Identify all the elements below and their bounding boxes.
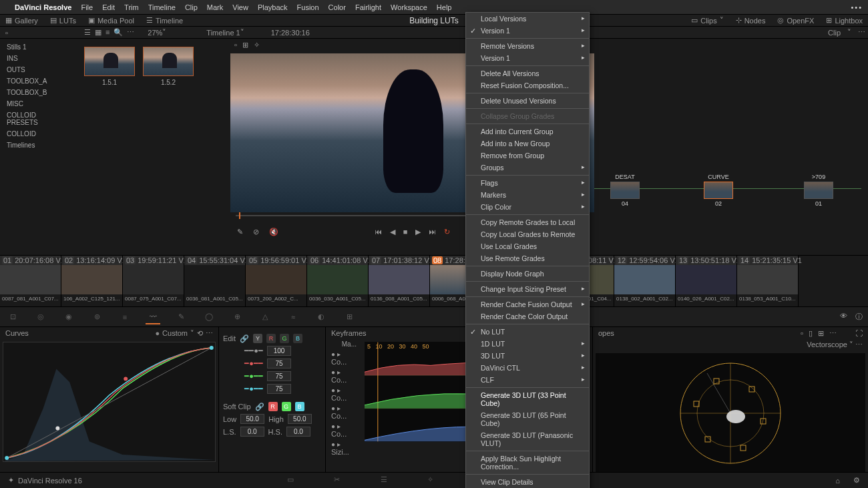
mute-icon[interactable]: 🔇	[269, 228, 278, 236]
kf-item[interactable]: ● ▸ Co...	[326, 367, 362, 385]
chevron-down-icon[interactable]: ˅	[849, 340, 853, 348]
hs-value[interactable]	[286, 427, 310, 437]
menubar[interactable]: DaVinci Resolve File Edit Trim Timeline …	[0, 0, 868, 15]
clip-thumbnail[interactable]: 0717:01:38:12V10136_008_A001_C05...	[369, 256, 430, 306]
tab-tracker[interactable]: ⊕	[230, 310, 244, 324]
sidebar-item[interactable]: Timelines	[0, 140, 73, 151]
scope-layout-icon[interactable]: ▫	[801, 329, 803, 337]
tab-camera-raw[interactable]: ⊡	[5, 310, 20, 324]
menu-view[interactable]: View	[232, 3, 248, 11]
menu-item[interactable]: Add into Current Group	[466, 126, 589, 138]
sidebar-item[interactable]: TOOLBOX_B	[0, 87, 73, 98]
menu-trim[interactable]: Trim	[124, 3, 139, 11]
menu-item[interactable]: View Clip Details	[466, 476, 589, 488]
g-value[interactable]	[267, 371, 291, 381]
toolbar-timeline[interactable]: ☰Timeline	[146, 16, 183, 25]
tab-window[interactable]: ◯	[202, 310, 216, 324]
clip-thumbnail[interactable]: 1313:50:51:18V10140_026_A001_C02...	[676, 256, 737, 306]
sidebar-item[interactable]: INS	[0, 53, 73, 64]
toolbar-mediapool[interactable]: ▣Media Pool	[88, 16, 134, 25]
menu-fusion[interactable]: Fusion	[297, 3, 319, 11]
toolbar-luts[interactable]: ▤LUTs	[50, 16, 76, 25]
kf-item[interactable]: ● ▸ Co...	[326, 385, 362, 403]
menu-item[interactable]: Remote Versions	[466, 40, 589, 52]
stop-icon[interactable]: ■	[403, 228, 408, 236]
still-thumbnail[interactable]: 1.5.2	[143, 47, 194, 247]
chevron-down-icon[interactable]: ˅	[162, 28, 166, 37]
menu-item[interactable]: Use Local Grades	[466, 240, 589, 252]
scope-layout-icon[interactable]: ⊞	[818, 329, 824, 338]
menu-item[interactable]: CLF	[466, 374, 589, 386]
tab-curves[interactable]: 〰	[146, 310, 160, 324]
info-icon[interactable]: ⓘ	[855, 312, 863, 322]
low-value[interactable]	[240, 414, 264, 424]
menu-item[interactable]: Apply Black Sun Highlight Correction...	[466, 453, 589, 473]
menu-file[interactable]: File	[81, 3, 93, 11]
menu-item[interactable]: Version 1	[466, 52, 589, 64]
menu-item[interactable]: Version 1	[466, 25, 589, 37]
tool-icon[interactable]: ⊘	[253, 228, 259, 236]
prev-frame-icon[interactable]: ◀	[390, 228, 395, 236]
still-thumbnail[interactable]: 1.5.1	[84, 47, 135, 247]
page-edit[interactable]: ☰	[381, 475, 394, 486]
reset-icon[interactable]: ⟲	[197, 329, 203, 338]
zoom-level[interactable]: 27%	[148, 29, 162, 37]
expand-icon[interactable]: ⛶	[855, 329, 863, 337]
sidebar-item[interactable]: TOOLBOX_A	[0, 75, 73, 87]
y-value[interactable]	[267, 346, 291, 356]
scope-layout-icon[interactable]: ▯	[809, 329, 813, 338]
tab-qualifier[interactable]: ✎	[174, 310, 188, 324]
home-icon[interactable]: ⌂	[835, 477, 840, 485]
kf-item[interactable]: ● ▸ Co...	[326, 349, 362, 367]
view-icon[interactable]: ☰	[84, 28, 91, 37]
page-fusion[interactable]: ✧	[427, 475, 441, 486]
node-curve[interactable]: CURVE02	[701, 174, 736, 207]
sidebar-item[interactable]: MISC	[0, 98, 73, 109]
node-709[interactable]: >70901	[801, 174, 836, 207]
menu-item[interactable]: Remove from Group	[466, 150, 589, 162]
menu-item[interactable]: No LUT	[466, 326, 589, 338]
kf-master[interactable]: Ma...	[326, 339, 362, 349]
menu-item[interactable]: Flags	[466, 177, 589, 189]
app-name[interactable]: DaVinci Resolve	[15, 3, 71, 11]
search-icon[interactable]: 🔍	[114, 28, 123, 37]
menu-item[interactable]: Delete All Versions	[466, 67, 589, 79]
ls-value[interactable]	[240, 427, 264, 437]
kf-item[interactable]: ● ▸ Sizi...	[326, 439, 362, 457]
menu-item[interactable]: Render Cache Color Output	[466, 310, 589, 322]
sc-r[interactable]: R	[268, 402, 278, 411]
menu-fairlight[interactable]: Fairlight	[355, 3, 381, 11]
clip-thumbnail[interactable]: 0120:07:16:08V10087_081_A001_C07...	[0, 256, 61, 306]
r-value[interactable]	[267, 358, 291, 369]
tab-color-match[interactable]: ◎	[33, 310, 48, 324]
context-menu[interactable]: Local VersionsVersion 1Remote VersionsVe…	[465, 12, 590, 488]
menu-timeline[interactable]: Timeline	[148, 3, 176, 11]
b-value[interactable]	[267, 384, 291, 394]
clip-thumbnail[interactable]: 0415:55:31:04V10036_081_A001_C05...	[184, 256, 246, 306]
clip-thumbnail[interactable]: 1212:59:54:06V10138_002_A001_C02...	[614, 256, 676, 306]
tab-sizing[interactable]: ⊞	[342, 310, 357, 324]
page-cut[interactable]: ✂	[334, 475, 347, 486]
overflow-icon[interactable]: •••	[851, 3, 863, 11]
tab-wheels[interactable]: ◉	[61, 310, 76, 324]
picker-icon[interactable]: ✎	[237, 228, 243, 236]
play-icon[interactable]: ▶	[415, 228, 421, 236]
menu-item[interactable]: Markers	[466, 189, 589, 201]
sidebar-item[interactable]: COLLOID	[0, 128, 73, 140]
ch-g[interactable]: G	[280, 334, 289, 343]
sidebar-item[interactable]: COLLOID PRESETS	[0, 109, 73, 128]
menu-item[interactable]: Generate 3D LUT (Panasonic VLUT)	[466, 429, 589, 449]
menu-item[interactable]: Generate 3D LUT (33 Point Cube)	[466, 389, 589, 409]
curves-mode[interactable]: Custom	[162, 329, 188, 337]
menu-mark[interactable]: Mark	[207, 3, 223, 11]
viewer-tool-icon[interactable]: ▫	[234, 41, 237, 49]
viewer-tool-icon[interactable]: ✧	[254, 41, 260, 49]
high-value[interactable]	[288, 414, 312, 424]
first-frame-icon[interactable]: ⏮	[375, 228, 382, 236]
node-graph[interactable]: DESAT04 CURVE02 >70901	[594, 39, 868, 255]
menu-item[interactable]: Add into a New Group	[466, 138, 589, 150]
vectorscope[interactable]	[596, 353, 865, 473]
toolbar-gallery[interactable]: ▦Gallery	[5, 16, 38, 25]
view-icon[interactable]: ▦	[95, 28, 101, 37]
view-icon[interactable]: ≡	[105, 28, 110, 37]
